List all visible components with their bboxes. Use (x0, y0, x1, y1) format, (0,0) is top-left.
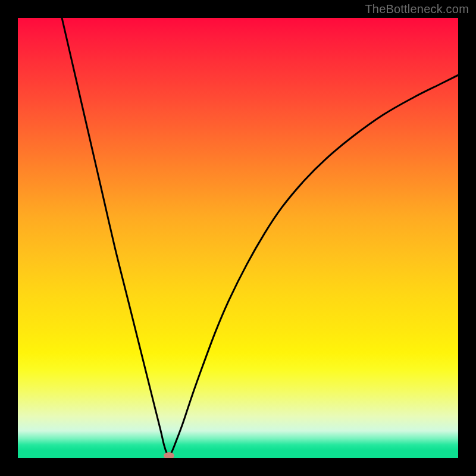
watermark-text: TheBottleneck.com (365, 2, 469, 16)
minimum-marker (164, 452, 174, 458)
chart-container: TheBottleneck.com (0, 0, 476, 476)
bottleneck-curve (18, 18, 458, 458)
plot-area (18, 18, 458, 458)
